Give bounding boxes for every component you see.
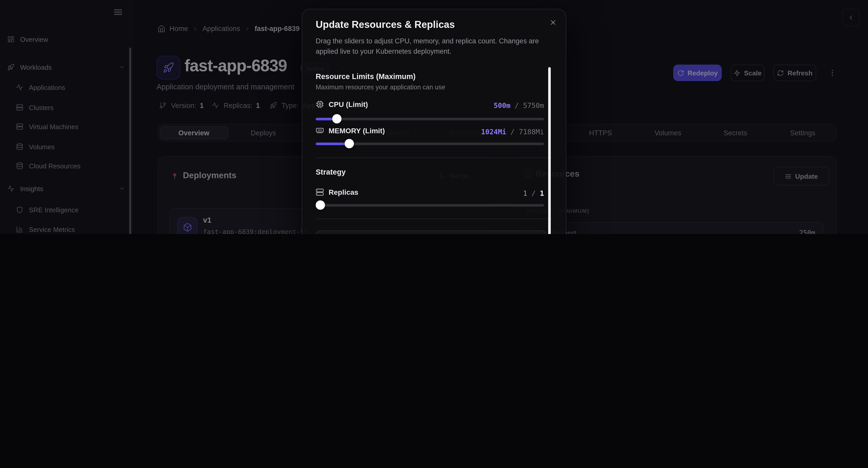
rocket-icon bbox=[7, 64, 14, 71]
cpu-limit-label: CPU (Limit) bbox=[316, 100, 368, 108]
sidebar-item-sre-intelligence[interactable]: SRE Intelligence bbox=[7, 203, 125, 216]
activity-icon bbox=[7, 185, 14, 192]
rotate-cw-icon bbox=[677, 69, 684, 76]
menu-icon bbox=[113, 7, 123, 18]
divider bbox=[316, 219, 552, 219]
cpu-limit-value: 500m / 5750m bbox=[494, 101, 544, 110]
memory-icon bbox=[316, 127, 324, 135]
refresh-button[interactable]: Refresh bbox=[773, 65, 816, 81]
breadcrumb: Home Applications fast-app-6839 bbox=[158, 25, 300, 33]
sidebar-item-clusters[interactable]: Clusters bbox=[7, 101, 125, 114]
rocket-icon bbox=[163, 62, 174, 73]
pushpin-icon bbox=[170, 172, 179, 180]
update-resources-modal: Update Resources & Replicas Drag the sli… bbox=[302, 9, 566, 234]
menu-toggle-button[interactable] bbox=[113, 7, 123, 18]
screen: Overview Workloads Applications Clusters… bbox=[0, 0, 868, 234]
breadcrumb-current: fast-app-6839 bbox=[255, 25, 300, 33]
resource-limits-heading: Resource Limits (Maximum) bbox=[316, 72, 416, 81]
package-icon bbox=[177, 217, 197, 234]
tab-https[interactable]: HTTPS bbox=[567, 124, 634, 141]
zap-icon bbox=[734, 69, 740, 76]
meta-replicas: Replicas: 1 bbox=[212, 101, 260, 110]
redeploy-button[interactable]: Redeploy bbox=[673, 65, 722, 81]
server-icon bbox=[16, 104, 23, 111]
dashboard-icon bbox=[7, 36, 14, 43]
deployments-title: Deployments bbox=[183, 170, 237, 180]
sidebar-item-service-metrics[interactable]: Service Metrics bbox=[7, 223, 125, 234]
server-icon bbox=[316, 188, 324, 196]
tab-deploys[interactable]: Deploys bbox=[230, 124, 297, 141]
memory-slider[interactable] bbox=[316, 139, 544, 148]
breadcrumb-applications[interactable]: Applications bbox=[203, 25, 240, 33]
chevron-right-icon bbox=[244, 26, 251, 32]
meta-version: Version: 1 bbox=[159, 101, 204, 110]
tab-secrets[interactable]: Secrets bbox=[702, 124, 769, 141]
home-icon[interactable] bbox=[158, 25, 165, 33]
sidebar-item-insights[interactable]: Insights bbox=[7, 182, 125, 195]
modal-title: Update Resources & Replicas bbox=[316, 19, 455, 30]
sidebar-item-volumes[interactable]: Volumes bbox=[7, 140, 125, 153]
more-menu-button[interactable] bbox=[825, 65, 840, 81]
refresh-icon bbox=[777, 69, 784, 76]
resource-limits-subheading: Maximum resources your application can u… bbox=[316, 84, 445, 91]
bar-chart-icon bbox=[16, 226, 23, 233]
update-resources-button[interactable]: Update bbox=[773, 167, 829, 185]
modal-scrollbar-thumb[interactable] bbox=[548, 67, 551, 234]
deployment-version: v1 bbox=[203, 216, 211, 224]
chevron-left-icon bbox=[847, 14, 855, 21]
memory-limit-value: 1024Mi / 7188Mi bbox=[481, 128, 544, 136]
strategy-heading: Strategy bbox=[316, 168, 346, 176]
sidebar-item-overview[interactable]: Overview bbox=[7, 33, 125, 46]
cpu-slider-track[interactable] bbox=[316, 118, 544, 120]
cpu-slider[interactable] bbox=[316, 114, 544, 123]
activity-icon bbox=[212, 102, 219, 109]
activity-icon bbox=[16, 84, 23, 91]
memory-limit-label: MEMORY (Limit) bbox=[316, 127, 385, 135]
tab-overview[interactable]: Overview bbox=[160, 126, 228, 139]
more-vertical-icon bbox=[828, 69, 836, 77]
page-title: fast-app-6839 bbox=[184, 56, 287, 75]
git-branch-icon bbox=[159, 102, 166, 109]
sliders-icon bbox=[785, 173, 792, 180]
database-icon bbox=[16, 162, 23, 169]
sidebar-scrollbar[interactable] bbox=[129, 48, 131, 234]
tab-settings[interactable]: Settings bbox=[769, 124, 836, 141]
replicas-label: Replicas bbox=[316, 188, 358, 196]
page-subtitle: Application deployment and management bbox=[157, 83, 294, 91]
memory-slider-fill bbox=[316, 142, 349, 145]
sidebar-item-workloads[interactable]: Workloads bbox=[7, 60, 125, 74]
server-icon bbox=[16, 123, 23, 130]
close-button[interactable] bbox=[547, 17, 559, 28]
chevron-right-icon bbox=[192, 26, 198, 32]
memory-slider-thumb[interactable] bbox=[345, 139, 354, 148]
shield-icon bbox=[16, 206, 23, 213]
tab-volumes[interactable]: Volumes bbox=[634, 124, 702, 141]
replicas-slider[interactable] bbox=[316, 200, 544, 210]
database-icon bbox=[16, 143, 23, 150]
sidebar-item-virtual-machines[interactable]: Virtual Machines bbox=[7, 120, 125, 133]
divider bbox=[316, 158, 552, 158]
close-icon bbox=[549, 18, 557, 26]
app-avatar bbox=[157, 56, 180, 80]
cost-change-box: Estimated Cost Change Current Hourly $0.… bbox=[315, 230, 548, 234]
chevron-down-icon bbox=[119, 64, 125, 70]
collapse-panel-button[interactable] bbox=[842, 9, 860, 26]
cpu-icon bbox=[316, 100, 324, 108]
replicas-slider-thumb[interactable] bbox=[316, 200, 325, 210]
deployment-image: fast-app-6839:deployment-5b… bbox=[203, 228, 312, 234]
scale-button[interactable]: Scale bbox=[731, 65, 765, 81]
sidebar-item-applications[interactable]: Applications bbox=[7, 81, 125, 94]
sidebar-item-cloud-resources[interactable]: Cloud Resources bbox=[7, 159, 125, 173]
breadcrumb-home[interactable]: Home bbox=[169, 25, 188, 33]
cpu-request-row: CPU Request 250m bbox=[526, 222, 824, 234]
chevron-down-icon bbox=[119, 185, 125, 192]
replicas-slider-track[interactable] bbox=[316, 204, 544, 206]
cpu-slider-thumb[interactable] bbox=[332, 114, 342, 123]
replicas-value: 1 / 1 bbox=[523, 189, 544, 197]
rocket-icon bbox=[270, 102, 277, 109]
sidebar: Overview Workloads Applications Clusters… bbox=[0, 0, 133, 234]
modal-description: Drag the sliders to adjust CPU, memory, … bbox=[316, 36, 544, 56]
